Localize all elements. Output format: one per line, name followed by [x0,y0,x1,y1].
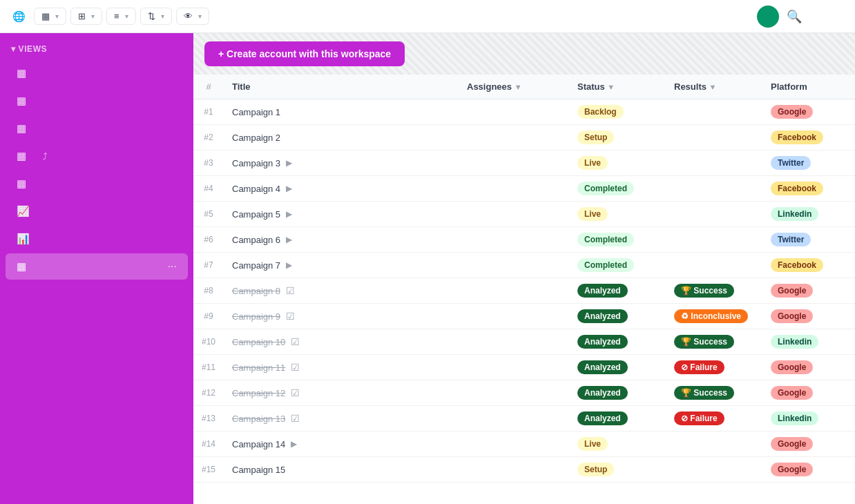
row-status: Live [569,432,666,457]
table-grid-icon: ▦ [17,67,26,79]
row-status: Completed [569,227,666,253]
row-platform: Google [762,457,855,483]
table-row[interactable]: #6Campaign 6▶CompletedTwitter [193,227,855,253]
status-badge: Analyzed [577,360,628,374]
row-status: Live [569,151,666,176]
row-results [666,176,762,202]
row-assignees [459,304,569,329]
appearance-icon: 👁 [184,11,193,21]
content-area: + Create account with this workspace # T… [193,33,855,504]
login-button[interactable] [809,14,826,19]
sidebar-item-pipeline-by-platform[interactable]: ▦ [6,60,188,86]
timeline-icon: 📈 [17,205,30,217]
table-row[interactable]: #12Campaign 12☑Analyzed🏆 SuccessGoogle [193,380,855,406]
table-row[interactable]: #15Campaign 15SetupGoogle [193,457,855,483]
row-num: #7 [193,253,224,278]
row-check-icon[interactable]: ☑ [291,413,300,424]
table-row[interactable]: #11Campaign 11☑Analyzed⊘ FailureGoogle [193,355,855,380]
table-row[interactable]: #8Campaign 8☑Analyzed🏆 SuccessGoogle [193,278,855,304]
row-title: Campaign 13☑ [224,406,459,432]
table-row[interactable]: #9Campaign 9☑Analyzed♻ InconclusiveGoogl… [193,304,855,329]
row-status: Analyzed [569,304,666,329]
sidebar-item-campaign-pipeline[interactable]: ▦ [6,88,188,114]
row-results: 🏆 Success [666,380,762,406]
col-results[interactable]: Results ▼ [666,75,762,99]
sidebar-item-results[interactable]: ▦ [6,171,188,197]
row-check-icon[interactable]: ☑ [286,311,295,322]
row-platform: Linkedin [762,406,855,432]
avatar[interactable] [757,6,779,28]
result-badge: ♻ Inconclusive [674,309,748,323]
table-row[interactable]: #13Campaign 13☑Analyzed⊘ FailureLinkedin [193,406,855,432]
row-expand-arrow[interactable]: ▶ [286,184,292,193]
sort-button[interactable]: ⇅ ▾ [140,8,172,25]
sidebar-item-timeline[interactable]: 📈 [6,198,188,224]
table-row[interactable]: #10Campaign 10☑Analyzed🏆 SuccessLinkedin [193,329,855,355]
row-check-icon[interactable]: ☑ [291,362,300,373]
signup-button[interactable] [830,14,847,19]
sidebar-item-charts[interactable]: 📊 [6,226,188,252]
platform-badge: Facebook [771,182,823,195]
table-row[interactable]: #5Campaign 5▶LiveLinkedin [193,202,855,227]
create-banner: + Create account with this workspace [193,33,855,75]
status-badge: Completed [577,182,634,195]
row-status: Analyzed [569,329,666,355]
row-title: Campaign 9☑ [224,304,459,329]
row-check-icon[interactable]: ☑ [286,285,295,296]
row-status: Completed [569,176,666,202]
row-results [666,253,762,278]
row-expand-arrow[interactable]: ▶ [291,439,297,449]
sidebar-item-by-platform[interactable]: ▦ ⤴ [6,143,188,169]
sort-icon-results: ▼ [709,83,717,91]
platform-badge: Linkedin [771,335,818,349]
group-button[interactable]: ⊞ ▾ [70,8,102,25]
row-num: #10 [193,329,224,355]
row-assignees [459,253,569,278]
col-assignees[interactable]: Assignees ▼ [459,75,569,99]
row-expand-arrow[interactable]: ▶ [286,235,292,244]
more-icon[interactable]: ··· [168,260,177,273]
table-button[interactable]: ▦ ▾ [34,8,66,25]
row-num: #15 [193,457,224,483]
filter-button[interactable]: ≡ ▾ [106,8,136,25]
col-platform: Platform [762,75,855,99]
row-expand-arrow[interactable]: ▶ [286,158,292,168]
appearance-button[interactable]: 👁 ▾ [176,8,209,25]
table-grid-icon4: ▦ [17,150,26,162]
row-results: 🏆 Success [666,329,762,355]
row-assignees [459,227,569,253]
table-grid-icon6: ▦ [17,260,26,273]
row-platform: Twitter [762,151,855,176]
chevron-down-icon3: ▾ [125,12,128,20]
table-row[interactable]: #14Campaign 14▶LiveGoogle [193,432,855,457]
table-row[interactable]: #7Campaign 7▶CompletedFacebook [193,253,855,278]
create-account-button[interactable]: + Create account with this workspace [204,41,405,66]
table-row[interactable]: #4Campaign 4▶CompletedFacebook [193,176,855,202]
platform-badge: Google [771,386,813,400]
row-expand-arrow[interactable]: ▶ [286,260,292,270]
search-button[interactable]: 🔍 [783,6,805,28]
row-check-icon[interactable]: ☑ [291,336,300,347]
sidebar-item-all-campaigns[interactable]: ▦ ··· [6,253,188,280]
views-label: ▾ Views [0,33,193,59]
row-platform: Google [762,432,855,457]
row-assignees [459,278,569,304]
row-num: #12 [193,380,224,406]
row-assignees [459,151,569,176]
row-check-icon[interactable]: ☑ [291,387,300,398]
row-results [666,99,762,125]
sort-icon-assignees: ▼ [515,83,522,91]
table-row[interactable]: #1Campaign 1BacklogGoogle [193,99,855,125]
sort-icon-status: ▼ [607,83,615,91]
row-num: #4 [193,176,224,202]
row-num: #2 [193,125,224,151]
table-row[interactable]: #2Campaign 2SetupFacebook [193,125,855,151]
table-row[interactable]: #3Campaign 3▶LiveTwitter [193,151,855,176]
col-status[interactable]: Status ▼ [569,75,666,99]
table-grid-icon3: ▦ [17,122,26,135]
col-num: # [193,75,224,99]
row-expand-arrow[interactable]: ▶ [286,209,292,219]
sidebar-item-running-campaigns[interactable]: ▦ [6,115,188,142]
row-status: Analyzed [569,355,666,380]
row-platform: Google [762,278,855,304]
